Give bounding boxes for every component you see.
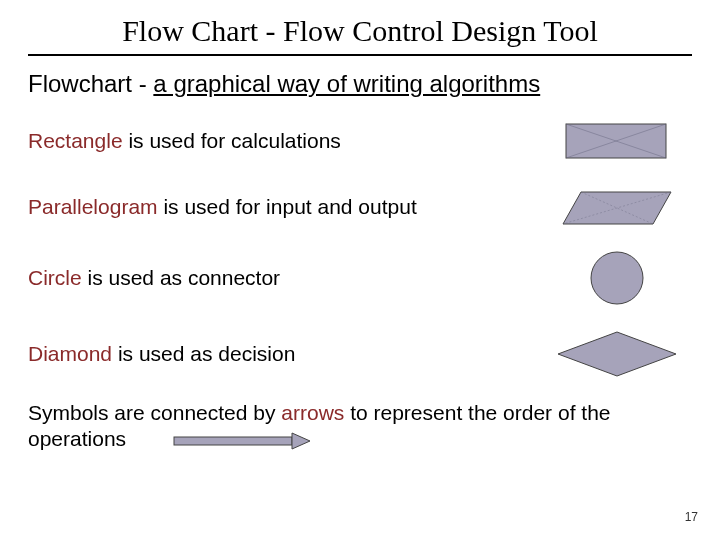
item-rest: is used for input and output bbox=[158, 195, 417, 218]
footer-pre: Symbols are connected by bbox=[28, 401, 281, 424]
item-diamond: Diamond is used as decision bbox=[28, 326, 692, 382]
svg-marker-7 bbox=[558, 332, 676, 376]
item-parallelogram: Parallelogram is used for input and outp… bbox=[28, 184, 692, 230]
item-circle: Circle is used as connector bbox=[28, 248, 692, 308]
item-keyword: Circle bbox=[28, 266, 82, 289]
slide-title: Flow Chart - Flow Control Design Tool bbox=[0, 0, 720, 54]
item-rest: is used as connector bbox=[82, 266, 280, 289]
rectangle-shape bbox=[542, 116, 692, 166]
subtitle-plain: Flowchart - bbox=[28, 70, 153, 97]
item-rectangle: Rectangle is used for calculations bbox=[28, 116, 692, 166]
page-number: 17 bbox=[685, 510, 698, 524]
parallelogram-shape bbox=[542, 184, 692, 230]
title-divider bbox=[28, 54, 692, 56]
item-rest: is used as decision bbox=[112, 342, 295, 365]
slide-body: Flowchart - a graphical way of writing a… bbox=[0, 70, 720, 453]
svg-marker-9 bbox=[292, 433, 310, 449]
item-keyword: Rectangle bbox=[28, 129, 123, 152]
footer-keyword: arrows bbox=[281, 401, 344, 424]
item-text: Parallelogram is used for input and outp… bbox=[28, 195, 542, 219]
footer-text: Symbols are connected by arrows to repre… bbox=[28, 400, 692, 453]
circle-shape bbox=[542, 248, 692, 308]
svg-rect-8 bbox=[174, 437, 292, 445]
subtitle-underlined: a graphical way of writing algorithms bbox=[153, 70, 540, 97]
item-text: Circle is used as connector bbox=[28, 266, 542, 290]
item-keyword: Parallelogram bbox=[28, 195, 158, 218]
item-rest: is used for calculations bbox=[123, 129, 341, 152]
subtitle: Flowchart - a graphical way of writing a… bbox=[28, 70, 692, 98]
item-keyword: Diamond bbox=[28, 342, 112, 365]
item-text: Diamond is used as decision bbox=[28, 342, 542, 366]
diamond-shape bbox=[542, 326, 692, 382]
svg-point-6 bbox=[591, 252, 643, 304]
arrow-shape bbox=[172, 432, 312, 450]
item-text: Rectangle is used for calculations bbox=[28, 129, 542, 153]
